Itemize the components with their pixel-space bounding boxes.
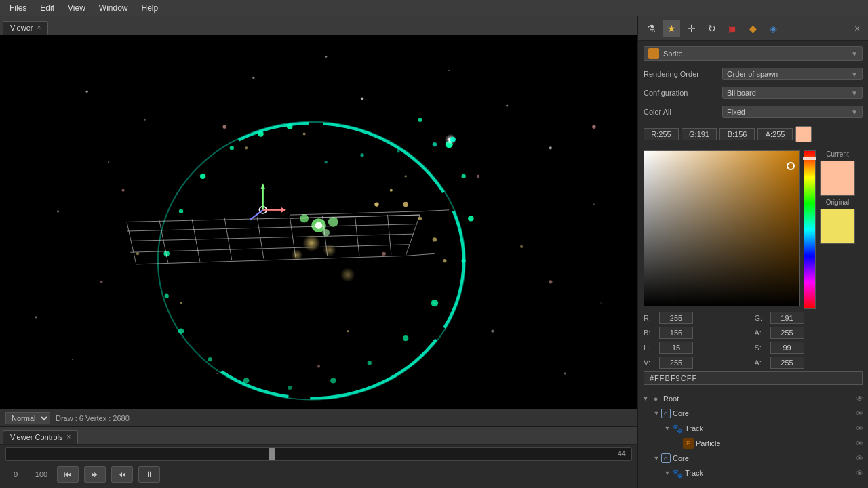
move-icon[interactable]: ✛ (683, 20, 701, 37)
eye-core1[interactable]: 👁 (853, 407, 865, 420)
main-layout: Viewer × (0, 16, 868, 488)
bottom-panel: Viewer Controls × 44 0 100 ⏮ ⏭ ⏮ ⏸ (0, 426, 637, 488)
svg-point-4 (448, 70, 450, 71)
r-field: R: (644, 312, 752, 324)
original-label: Original (820, 199, 855, 206)
svg-line-79 (420, 210, 450, 211)
a2-input[interactable] (770, 357, 804, 369)
svg-point-24 (303, 132, 306, 135)
eye-track2[interactable]: 👁 (853, 467, 865, 479)
a-input[interactable] (770, 327, 804, 339)
svg-point-55 (159, 123, 464, 398)
star-icon[interactable]: ★ (663, 20, 680, 37)
tree-row-track2[interactable]: ▼ 🐾 Track 👁 (638, 466, 868, 481)
timeline-thumb[interactable] (269, 448, 275, 460)
color-r-box[interactable]: R:255 (644, 128, 679, 140)
b-input[interactable] (659, 327, 693, 339)
mode-select[interactable]: Normal (5, 412, 50, 424)
g-input[interactable] (770, 312, 804, 324)
refresh-icon[interactable]: ↻ (703, 20, 721, 37)
tree-row-core1[interactable]: ▼ C Core 👁 (638, 406, 868, 421)
tree-row-particle1[interactable]: P Particle 👁 (638, 436, 868, 451)
svg-point-47 (164, 294, 168, 298)
particle-scene-svg (0, 35, 637, 409)
expand-core2[interactable]: ▼ (652, 453, 661, 463)
expand-core1[interactable]: ▼ (652, 409, 661, 418)
menu-view[interactable]: View (61, 2, 92, 14)
menu-help[interactable]: Help (135, 2, 165, 14)
viewer-tab-close[interactable]: × (37, 24, 41, 31)
rendering-order-value: Order of spawn (727, 70, 851, 78)
svg-point-98 (360, 153, 363, 157)
svg-point-10 (35, 316, 37, 318)
color-swatch[interactable] (795, 126, 812, 142)
color-all-dropdown[interactable]: Fixed ▼ (722, 106, 863, 118)
play-button[interactable]: ⏭ (84, 466, 106, 483)
svg-point-9 (593, 203, 595, 205)
s-label: S: (755, 344, 768, 352)
controls-tab[interactable]: Viewer Controls × (3, 430, 78, 444)
hue-strip[interactable] (804, 150, 816, 309)
eye-particle1[interactable]: 👁 (853, 437, 865, 449)
menu-window[interactable]: Window (92, 2, 135, 14)
eye-core2[interactable]: 👁 (853, 452, 865, 464)
gem-icon[interactable]: ◈ (764, 20, 782, 37)
sprite-dropdown[interactable]: Sprite ▼ (644, 46, 863, 61)
menu-files[interactable]: Files (3, 2, 33, 14)
tree-label-track1: Track (685, 424, 853, 432)
rendering-order-dropdown[interactable]: Order of spawn ▼ (722, 68, 863, 80)
configuration-label: Configuration (644, 89, 718, 97)
color-preview-original[interactable] (820, 209, 855, 244)
pause-button[interactable]: ⏸ (138, 466, 160, 483)
h-input[interactable] (659, 342, 693, 354)
controls-tab-bar: Viewer Controls × (0, 427, 637, 445)
time-end: 100 (31, 470, 52, 479)
tree-row-core2[interactable]: ▼ C Core 👁 (638, 451, 868, 466)
timeline-bar[interactable]: 44 (5, 447, 632, 461)
color-preview-current[interactable] (820, 161, 855, 196)
step-button[interactable]: ⏮ (111, 466, 133, 483)
right-toolbar: ⚗ ★ ✛ ↻ ▣ ◆ ◈ × (638, 16, 868, 41)
r-input[interactable] (659, 312, 693, 324)
configuration-value: Billboard (727, 89, 851, 97)
viewer-canvas[interactable] (0, 35, 637, 409)
g-label: G: (755, 314, 768, 322)
rewind-button[interactable]: ⏮ (57, 466, 79, 483)
expand-track2[interactable]: ▼ (663, 468, 672, 478)
frame-icon[interactable]: ▣ (724, 20, 741, 37)
status-bar: Normal Draw : 6 Vertex : 2680 (0, 409, 637, 426)
viewer-tab[interactable]: Viewer × (3, 21, 48, 35)
tree-row-root[interactable]: ▼ ● Root 👁 (638, 391, 868, 406)
configuration-dropdown[interactable]: Billboard ▼ (722, 87, 863, 99)
svg-point-60 (328, 217, 338, 227)
color-gradient-picker[interactable] (644, 150, 800, 306)
svg-point-22 (136, 252, 139, 255)
expand-root[interactable]: ▼ (641, 394, 650, 403)
svg-line-70 (159, 220, 168, 262)
v-input[interactable] (659, 357, 693, 369)
controls-tab-close[interactable]: × (66, 434, 71, 441)
menu-edit[interactable]: Edit (33, 2, 61, 14)
eye-root[interactable]: 👁 (853, 392, 865, 405)
color-preview-col: Current Original (820, 150, 855, 244)
right-panel-close[interactable]: × (850, 22, 864, 35)
svg-point-20 (245, 146, 248, 149)
filter-icon[interactable]: ⚗ (642, 20, 660, 37)
svg-point-8 (549, 146, 552, 149)
svg-point-13 (491, 330, 494, 333)
box-icon[interactable]: ◆ (744, 20, 762, 37)
svg-point-2 (252, 77, 254, 79)
controls-tab-label: Viewer Controls (10, 433, 62, 441)
controls-area: 44 0 100 ⏮ ⏭ ⏮ ⏸ (0, 445, 637, 488)
svg-point-89 (291, 249, 302, 261)
color-b-box[interactable]: B:156 (719, 128, 755, 140)
s-input[interactable] (770, 342, 804, 354)
tree-row-track1[interactable]: ▼ 🐾 Track 👁 (638, 421, 868, 436)
color-g-box[interactable]: G:191 (682, 128, 717, 140)
particle1-icon: P (683, 438, 694, 449)
eye-track1[interactable]: 👁 (853, 422, 865, 434)
expand-particle1[interactable] (673, 439, 683, 448)
expand-track1[interactable]: ▼ (663, 424, 672, 433)
color-a-box[interactable]: A:255 (757, 128, 793, 140)
hex-input[interactable] (644, 371, 863, 385)
